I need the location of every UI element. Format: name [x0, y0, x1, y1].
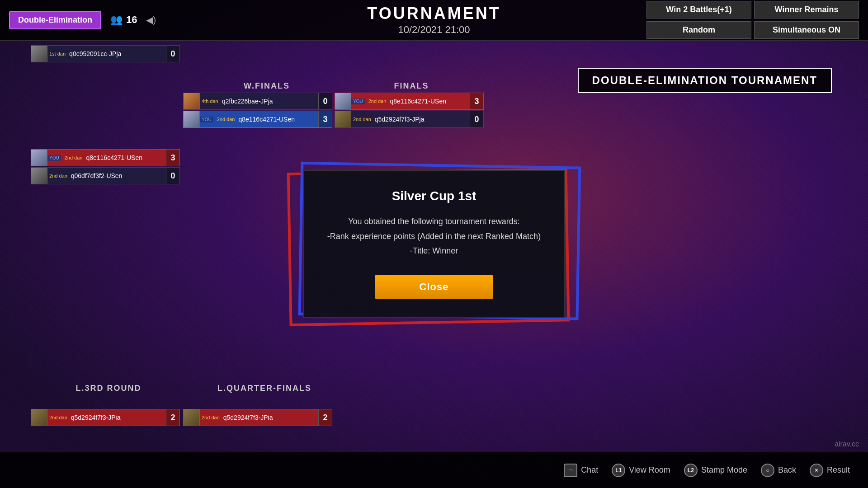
modal-body-line3: -Title: Winner [326, 244, 542, 258]
close-button[interactable]: Close [375, 275, 493, 299]
modal-body: You obtained the following tournament re… [326, 214, 542, 258]
modal-box: Silver Cup 1st You obtained the followin… [303, 170, 565, 318]
modal-body-line2: -Rank experience points (Added in the ne… [326, 229, 542, 244]
modal-title: Silver Cup 1st [326, 189, 542, 203]
modal-body-line1: You obtained the following tournament re… [326, 214, 542, 229]
modal-overlay: Silver Cup 1st You obtained the followin… [0, 0, 868, 488]
